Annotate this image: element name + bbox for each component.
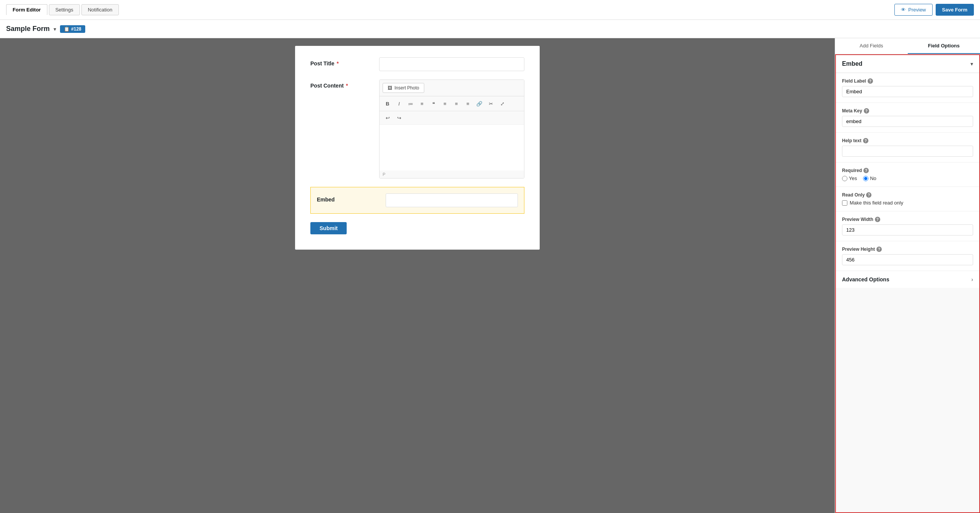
read-only-help-icon[interactable]: ? — [866, 192, 871, 198]
help-text-label: Help text ? — [842, 138, 973, 143]
embed-field — [386, 193, 518, 207]
align-center-button[interactable]: ≡ — [451, 99, 461, 109]
post-content-row: Post Content * 🖼 Insert Photo B — [310, 80, 524, 179]
required-yes-radio[interactable] — [842, 176, 847, 181]
preview-width-label: Preview Width ? — [842, 217, 973, 222]
advanced-options-section[interactable]: Advanced Options › — [836, 271, 979, 288]
main-layout: Post Title * Post Content * — [0, 38, 980, 513]
insert-photo-button[interactable]: 🖼 Insert Photo — [383, 83, 424, 93]
panel-tabs: Add Fields Field Options — [835, 38, 980, 54]
rte-insert-bar: 🖼 Insert Photo — [380, 80, 524, 96]
field-label-help-icon[interactable]: ? — [868, 78, 873, 84]
meta-key-help-icon[interactable]: ? — [864, 108, 869, 114]
align-left-button[interactable]: ≡ — [440, 99, 450, 109]
embed-section-chevron[interactable]: ▾ — [970, 61, 973, 67]
preview-width-input[interactable] — [842, 224, 973, 235]
preview-height-label: Preview Height ? — [842, 247, 973, 252]
undo-button[interactable]: ↩ — [383, 113, 393, 123]
form-title: Sample Form — [6, 25, 50, 33]
blockquote-button[interactable]: ❝ — [428, 99, 438, 109]
read-only-checkbox-label[interactable]: Make this field read only — [842, 200, 973, 206]
submit-row: Submit — [310, 222, 524, 234]
post-content-field: 🖼 Insert Photo B I ≔ ≡ ❝ ≡ ≡ ≡ — [379, 80, 524, 179]
required-help-icon[interactable]: ? — [863, 168, 869, 173]
preview-height-help-icon[interactable]: ? — [876, 247, 882, 252]
embed-input[interactable] — [386, 193, 518, 207]
right-panel: Add Fields Field Options Embed ▾ Field L… — [835, 38, 980, 513]
top-bar-left: Form Editor Settings Notification — [6, 4, 119, 15]
tab-form-editor[interactable]: Form Editor — [6, 4, 47, 15]
rte-toolbar: B I ≔ ≡ ❝ ≡ ≡ ≡ 🔗 ✂ ⤢ — [380, 96, 524, 111]
preview-width-field: Preview Width ? — [836, 211, 979, 241]
submit-button[interactable]: Submit — [310, 222, 347, 234]
required-radio-group: Yes No — [842, 175, 973, 181]
advanced-options-title: Advanced Options — [842, 276, 889, 282]
required-label: Required ? — [842, 168, 973, 173]
field-label-input[interactable] — [842, 86, 973, 97]
canvas-area: Post Title * Post Content * — [0, 38, 835, 513]
read-only-checkbox[interactable] — [842, 200, 847, 206]
help-text-help-icon[interactable]: ? — [863, 138, 868, 143]
read-only-field: Read Only ? Make this field read only — [836, 187, 979, 211]
unordered-list-button[interactable]: ≔ — [406, 99, 415, 109]
rte-container: 🖼 Insert Photo B I ≔ ≡ ❝ ≡ ≡ ≡ — [379, 80, 524, 179]
bold-button[interactable]: B — [383, 99, 393, 109]
eye-icon: 👁 — [901, 7, 906, 13]
embed-label: Embed — [317, 193, 386, 203]
top-bar: Form Editor Settings Notification 👁 Prev… — [0, 0, 980, 20]
link-button[interactable]: 🔗 — [474, 99, 484, 109]
tab-settings[interactable]: Settings — [49, 4, 80, 15]
ordered-list-button[interactable]: ≡ — [417, 99, 427, 109]
post-title-input[interactable] — [379, 57, 524, 71]
rte-paragraph-indicator: P — [380, 170, 524, 178]
redo-button[interactable]: ↪ — [394, 113, 404, 123]
field-label-label: Field Label ? — [842, 78, 973, 84]
italic-button[interactable]: I — [394, 99, 404, 109]
fullscreen-button[interactable]: ⤢ — [497, 99, 507, 109]
post-title-required: * — [337, 60, 339, 67]
unlink-button[interactable]: ✂ — [486, 99, 496, 109]
embed-section-header: Embed ▾ — [836, 55, 979, 73]
post-title-field[interactable] — [379, 57, 524, 71]
read-only-label: Read Only ? — [842, 192, 973, 198]
required-no-label[interactable]: No — [863, 175, 876, 181]
help-text-field: Help text ? — [836, 133, 979, 162]
required-field: Required ? Yes No — [836, 162, 979, 187]
preview-height-input[interactable] — [842, 254, 973, 265]
form-id-icon: 📋 — [64, 26, 70, 32]
sub-header: Sample Form ▾ 📋 #128 — [0, 20, 980, 38]
post-content-label: Post Content * — [310, 80, 379, 89]
form-id-badge: 📋 #128 — [60, 25, 85, 33]
post-title-row: Post Title * — [310, 57, 524, 71]
field-label-field: Field Label ? — [836, 73, 979, 103]
field-options-panel: Embed ▾ Field Label ? Meta Key ? — [835, 54, 980, 513]
preview-button[interactable]: 👁 Preview — [894, 4, 932, 16]
advanced-options-chevron[interactable]: › — [971, 276, 973, 282]
required-no-radio[interactable] — [863, 176, 868, 181]
form-dropdown-arrow[interactable]: ▾ — [54, 26, 56, 32]
embed-row: Embed — [310, 187, 524, 214]
top-bar-right: 👁 Preview Save Form — [894, 4, 974, 16]
embed-section-title: Embed — [842, 60, 862, 67]
save-form-button[interactable]: Save Form — [936, 4, 974, 16]
tab-add-fields[interactable]: Add Fields — [835, 38, 908, 54]
preview-height-field: Preview Height ? — [836, 241, 979, 271]
preview-width-help-icon[interactable]: ? — [875, 217, 880, 222]
meta-key-label: Meta Key ? — [842, 108, 973, 114]
required-yes-label[interactable]: Yes — [842, 175, 857, 181]
tab-field-options[interactable]: Field Options — [908, 38, 980, 54]
help-text-input[interactable] — [842, 146, 973, 157]
rte-content[interactable] — [380, 125, 524, 170]
rte-undo-row: ↩ ↪ — [380, 111, 524, 125]
align-right-button[interactable]: ≡ — [463, 99, 473, 109]
photo-icon: 🖼 — [388, 85, 392, 91]
post-content-required: * — [346, 83, 348, 89]
meta-key-input[interactable] — [842, 116, 973, 127]
post-title-label: Post Title * — [310, 57, 379, 67]
embed-form-row: Embed — [311, 187, 524, 213]
meta-key-field: Meta Key ? — [836, 103, 979, 133]
tab-notification[interactable]: Notification — [81, 4, 119, 15]
form-canvas: Post Title * Post Content * — [295, 46, 540, 250]
